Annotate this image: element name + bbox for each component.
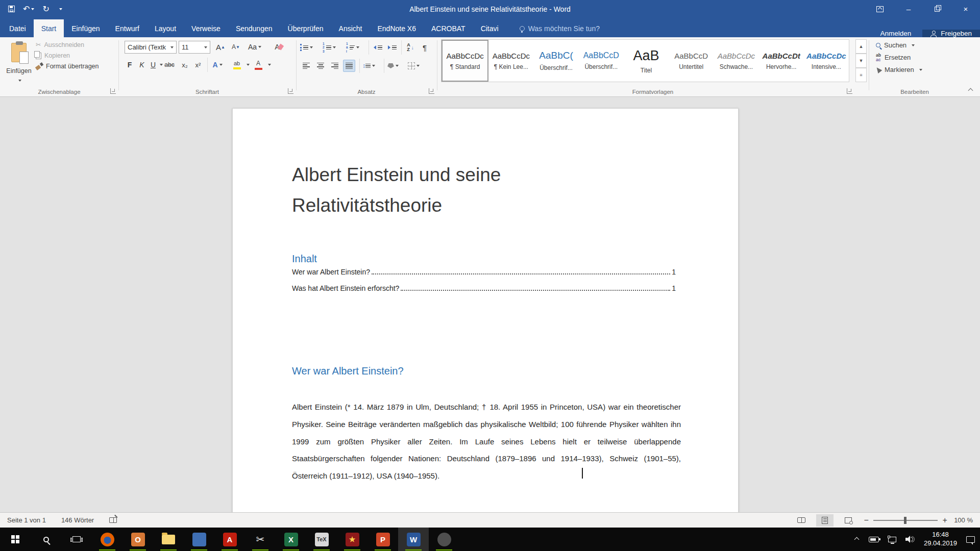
increase-indent-button[interactable]	[386, 41, 398, 54]
font-size-dropdown-icon[interactable]	[204, 46, 207, 48]
taskbar-app-tex[interactable]: TeX	[306, 528, 337, 551]
style-ueberschrift-2[interactable]: AaBbCcDÜberschrif...	[579, 40, 624, 82]
web-layout-button[interactable]	[840, 514, 857, 527]
underline-button[interactable]: U	[147, 59, 159, 71]
select-dropdown-icon[interactable]	[919, 69, 922, 71]
italic-button[interactable]: K	[136, 59, 148, 71]
sort-button[interactable]: AZ↓	[404, 41, 416, 54]
sign-in-button[interactable]: Anmelden	[869, 30, 922, 37]
paste-button[interactable]: Einfügen	[5, 40, 33, 84]
page-indicator[interactable]: Seite 1 von 1	[7, 516, 46, 524]
zoom-slider-thumb[interactable]	[904, 517, 906, 524]
font-dialog-launcher-icon[interactable]	[288, 88, 293, 94]
highlight-color-button[interactable]: ab	[231, 59, 243, 71]
borders-button[interactable]	[407, 60, 420, 72]
taskbar-clock[interactable]: 16:4829.04.2019	[924, 531, 957, 548]
minimize-button[interactable]: –	[894, 0, 923, 18]
customize-qat-button[interactable]	[58, 8, 62, 10]
style-intensive-hervorhebung[interactable]: AaBbCcDcIntensive...	[804, 40, 849, 82]
show-hidden-icons-button[interactable]	[854, 537, 860, 542]
zoom-level[interactable]: 100 %	[954, 516, 973, 524]
tab-acrobat[interactable]: ACROBAT	[424, 19, 473, 37]
text-effects-button[interactable]: A	[211, 59, 224, 71]
zoom-slider[interactable]	[873, 520, 938, 521]
paste-dropdown-icon[interactable]	[18, 80, 21, 82]
taskbar-app-redstar[interactable]: ★	[337, 528, 368, 551]
shading-button[interactable]	[387, 60, 399, 72]
align-center-button[interactable]	[314, 60, 327, 72]
taskbar-app-outlook[interactable]: O	[122, 528, 153, 551]
taskbar-app-acrobat[interactable]: A	[214, 528, 245, 551]
tab-start[interactable]: Start	[34, 19, 64, 37]
style-untertitel[interactable]: AaBbCcDUntertitel	[669, 40, 714, 82]
find-dropdown-icon[interactable]	[912, 44, 915, 46]
taskbar-search-button[interactable]	[31, 528, 61, 551]
taskbar-app-gray[interactable]	[429, 528, 459, 551]
collapse-ribbon-button[interactable]	[968, 88, 974, 92]
bold-button[interactable]: F	[124, 59, 136, 71]
font-color-dropdown-icon[interactable]	[268, 64, 271, 66]
find-button[interactable]: Suchen	[876, 41, 922, 49]
ribbon-display-options-button[interactable]	[866, 0, 894, 18]
decrease-indent-button[interactable]	[372, 41, 384, 54]
subscript-button[interactable]: x₂	[179, 59, 191, 71]
tab-endnote[interactable]: EndNote X6	[370, 19, 424, 37]
share-button[interactable]: Freigeben	[922, 30, 980, 37]
taskbar-app-powerpoint[interactable]: P	[368, 528, 398, 551]
font-color-button[interactable]: A	[252, 59, 264, 71]
save-button[interactable]	[8, 6, 15, 12]
taskbar-app-blue[interactable]	[184, 528, 214, 551]
tab-citavi[interactable]: Citavi	[473, 19, 506, 37]
undo-dropdown-icon[interactable]	[31, 8, 34, 10]
style-kein-leerraum[interactable]: AaBbCcDc¶ Kein Lee...	[488, 40, 533, 82]
grow-font-button[interactable]: A▲	[214, 41, 227, 53]
network-icon[interactable]	[888, 537, 896, 542]
print-layout-button[interactable]	[816, 514, 834, 527]
numbering-button[interactable]: 123	[323, 41, 336, 54]
taskbar-app-explorer[interactable]	[153, 528, 184, 551]
tab-ueberpruefen[interactable]: Überprüfen	[280, 19, 331, 37]
font-family-dropdown-icon[interactable]	[170, 46, 174, 48]
body-paragraph[interactable]: Albert Einstein (* 14. März 1879 in Ulm,…	[292, 398, 681, 485]
strikethrough-button[interactable]: abc	[163, 59, 176, 71]
style-hervorhebung[interactable]: AaBbCcDtHervorhe...	[759, 40, 804, 82]
zoom-out-button[interactable]: −	[863, 516, 869, 525]
toc-entry[interactable]: Wer war Albert Einstein?1	[292, 268, 676, 276]
font-size-combobox[interactable]: 11	[179, 41, 210, 54]
close-button[interactable]: ×	[951, 0, 980, 18]
tell-me-box[interactable]: Was möchten Sie tun?	[520, 24, 600, 37]
styles-scroll-up-button[interactable]: ▲	[855, 39, 867, 54]
highlight-dropdown-icon[interactable]	[247, 64, 250, 66]
select-button[interactable]: Markieren	[876, 66, 922, 73]
toc-entry[interactable]: Was hat Albert Einstein erforscht?1	[292, 284, 676, 292]
battery-icon[interactable]	[869, 537, 879, 542]
clipboard-dialog-launcher-icon[interactable]	[110, 88, 116, 94]
paragraph-dialog-launcher-icon[interactable]	[429, 88, 434, 94]
replace-button[interactable]: abacErsetzen	[876, 53, 922, 62]
tab-entwurf[interactable]: Entwurf	[108, 19, 147, 37]
taskbar-app-word[interactable]: W	[398, 528, 429, 551]
bullets-button[interactable]	[300, 41, 313, 54]
align-right-button[interactable]	[329, 60, 341, 72]
zoom-in-button[interactable]: +	[942, 516, 948, 525]
document-area[interactable]: Albert Einstein und seine Relativitätsth…	[0, 97, 980, 512]
taskbar-app-firefox[interactable]	[92, 528, 122, 551]
taskbar-app-excel[interactable]: X	[276, 528, 306, 551]
align-left-button[interactable]	[300, 60, 312, 72]
copy-button[interactable]: Kopieren	[36, 52, 99, 59]
font-family-combobox[interactable]: Calibri (Textk	[125, 41, 177, 54]
tab-layout[interactable]: Layout	[147, 19, 184, 37]
document-page[interactable]: Albert Einstein und seine Relativitätsth…	[232, 108, 739, 512]
task-view-button[interactable]	[61, 528, 92, 551]
multilevel-list-button[interactable]: 1ai	[346, 41, 359, 54]
undo-button[interactable]: ↶	[23, 5, 34, 13]
styles-dialog-launcher-icon[interactable]	[847, 88, 852, 94]
style-ueberschrift-1[interactable]: AaBbC(Überschrif...	[533, 40, 578, 82]
shrink-font-button[interactable]: A▼	[230, 41, 242, 53]
action-center-icon[interactable]	[966, 536, 975, 543]
change-case-button[interactable]: Aa	[248, 41, 261, 53]
show-paragraph-marks-button[interactable]: ¶	[419, 41, 431, 54]
tab-einfuegen[interactable]: Einfügen	[64, 19, 107, 37]
styles-scroll-down-button[interactable]: ▼	[855, 54, 867, 68]
word-count[interactable]: 146 Wörter	[61, 516, 94, 524]
